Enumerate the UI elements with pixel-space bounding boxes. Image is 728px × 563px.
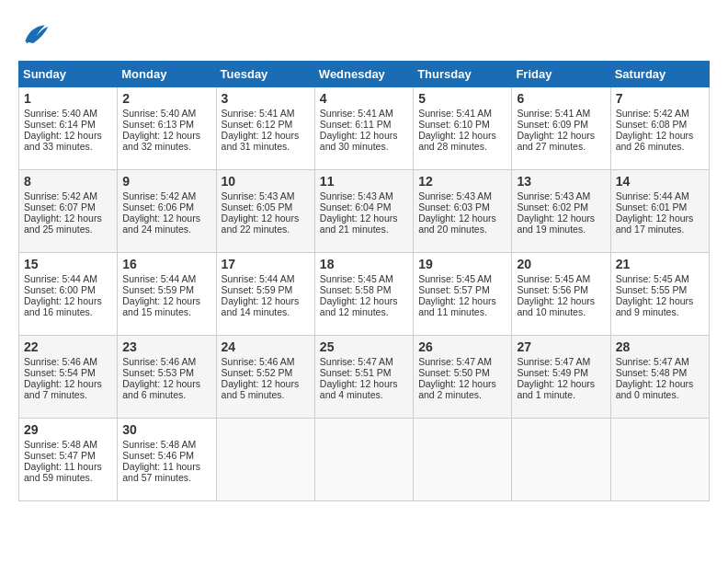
day-info: Sunset: 5:57 PM bbox=[418, 284, 506, 295]
day-info: Sunrise: 5:40 AM bbox=[122, 108, 210, 119]
day-number: 30 bbox=[122, 422, 210, 437]
day-number: 28 bbox=[616, 339, 704, 354]
day-info: and 24 minutes. bbox=[122, 224, 210, 235]
day-info: Sunset: 5:48 PM bbox=[616, 367, 704, 378]
day-number: 6 bbox=[517, 91, 605, 106]
day-info: Sunset: 6:05 PM bbox=[222, 201, 310, 213]
day-info: Sunrise: 5:48 AM bbox=[122, 439, 210, 450]
day-info: Sunset: 6:02 PM bbox=[517, 201, 605, 213]
day-info: Sunset: 6:03 PM bbox=[418, 201, 506, 213]
day-info: Sunset: 6:01 PM bbox=[616, 201, 704, 213]
calendar-week-4: 22Sunrise: 5:46 AMSunset: 5:54 PMDayligh… bbox=[19, 336, 710, 419]
day-info: Sunrise: 5:44 AM bbox=[24, 273, 112, 284]
calendar-cell: 9Sunrise: 5:42 AMSunset: 6:06 PMDaylight… bbox=[118, 170, 216, 253]
calendar-cell bbox=[216, 419, 314, 501]
day-info: and 59 minutes. bbox=[24, 472, 112, 483]
day-info: Sunrise: 5:45 AM bbox=[320, 273, 408, 284]
day-info: Sunrise: 5:42 AM bbox=[616, 108, 704, 119]
calendar-cell: 28Sunrise: 5:47 AMSunset: 5:48 PMDayligh… bbox=[610, 336, 709, 419]
day-number: 29 bbox=[24, 422, 112, 437]
day-info: Sunrise: 5:46 AM bbox=[122, 356, 210, 367]
day-info: Daylight: 12 hours bbox=[122, 213, 210, 224]
day-info: and 9 minutes. bbox=[616, 306, 704, 317]
day-info: Sunset: 6:13 PM bbox=[122, 119, 210, 130]
day-info: Sunrise: 5:43 AM bbox=[320, 190, 408, 201]
weekday-header-tuesday: Tuesday bbox=[216, 62, 314, 87]
day-info: Sunset: 6:12 PM bbox=[222, 119, 310, 130]
day-info: Daylight: 12 hours bbox=[320, 130, 408, 141]
day-info: Sunrise: 5:45 AM bbox=[616, 273, 704, 284]
day-info: and 32 minutes. bbox=[122, 141, 210, 152]
day-info: Sunset: 6:08 PM bbox=[616, 119, 704, 130]
calendar-cell: 6Sunrise: 5:41 AMSunset: 6:09 PMDaylight… bbox=[512, 87, 610, 170]
day-info: Sunset: 5:58 PM bbox=[320, 284, 408, 295]
calendar-cell bbox=[512, 419, 610, 501]
calendar-cell: 29Sunrise: 5:48 AMSunset: 5:47 PMDayligh… bbox=[19, 419, 118, 501]
day-info: Daylight: 12 hours bbox=[122, 378, 210, 389]
day-info: Daylight: 12 hours bbox=[24, 295, 112, 306]
calendar-cell: 2Sunrise: 5:40 AMSunset: 6:13 PMDaylight… bbox=[118, 87, 216, 170]
calendar-cell: 12Sunrise: 5:43 AMSunset: 6:03 PMDayligh… bbox=[414, 170, 512, 253]
day-info: Daylight: 12 hours bbox=[24, 130, 112, 141]
day-info: and 31 minutes. bbox=[222, 141, 310, 152]
calendar-cell: 8Sunrise: 5:42 AMSunset: 6:07 PMDaylight… bbox=[19, 170, 118, 253]
day-info: Sunset: 5:50 PM bbox=[418, 367, 506, 378]
day-info: and 27 minutes. bbox=[517, 141, 605, 152]
day-info: and 5 minutes. bbox=[222, 389, 310, 400]
day-info: and 17 minutes. bbox=[616, 224, 704, 235]
day-number: 7 bbox=[616, 91, 704, 106]
day-info: Sunset: 5:59 PM bbox=[122, 284, 210, 295]
day-info: and 7 minutes. bbox=[24, 389, 112, 400]
weekday-header-saturday: Saturday bbox=[610, 62, 709, 87]
weekday-header-wednesday: Wednesday bbox=[314, 62, 413, 87]
day-info: Daylight: 12 hours bbox=[418, 213, 506, 224]
day-info: Daylight: 12 hours bbox=[517, 295, 605, 306]
day-info: Sunrise: 5:47 AM bbox=[418, 356, 506, 367]
calendar-cell: 5Sunrise: 5:41 AMSunset: 6:10 PMDaylight… bbox=[414, 87, 512, 170]
calendar-cell: 1Sunrise: 5:40 AMSunset: 6:14 PMDaylight… bbox=[19, 87, 118, 170]
calendar-body: 1Sunrise: 5:40 AMSunset: 6:14 PMDaylight… bbox=[19, 87, 710, 501]
day-number: 25 bbox=[320, 339, 408, 354]
day-info: Sunset: 6:11 PM bbox=[320, 119, 408, 130]
day-info: Sunset: 6:14 PM bbox=[24, 119, 112, 130]
day-number: 12 bbox=[418, 174, 506, 189]
day-number: 14 bbox=[616, 174, 704, 189]
day-number: 15 bbox=[24, 257, 112, 271]
day-info: Daylight: 12 hours bbox=[222, 213, 310, 224]
day-info: Sunrise: 5:41 AM bbox=[418, 108, 506, 119]
day-info: and 6 minutes. bbox=[122, 389, 210, 400]
day-number: 9 bbox=[122, 174, 210, 189]
day-info: and 28 minutes. bbox=[418, 141, 506, 152]
day-number: 13 bbox=[517, 174, 605, 189]
day-info: Sunrise: 5:41 AM bbox=[517, 108, 605, 119]
day-number: 5 bbox=[418, 91, 506, 106]
day-info: Sunrise: 5:45 AM bbox=[517, 273, 605, 284]
day-info: Daylight: 12 hours bbox=[222, 295, 310, 306]
day-info: and 19 minutes. bbox=[517, 224, 605, 235]
day-info: Sunrise: 5:47 AM bbox=[320, 356, 408, 367]
calendar-cell: 3Sunrise: 5:41 AMSunset: 6:12 PMDaylight… bbox=[216, 87, 314, 170]
page-header bbox=[18, 18, 710, 52]
day-number: 18 bbox=[320, 257, 408, 271]
day-info: Sunrise: 5:42 AM bbox=[24, 190, 112, 201]
calendar-cell: 11Sunrise: 5:43 AMSunset: 6:04 PMDayligh… bbox=[314, 170, 413, 253]
calendar-cell: 7Sunrise: 5:42 AMSunset: 6:08 PMDaylight… bbox=[610, 87, 709, 170]
day-info: Daylight: 12 hours bbox=[122, 130, 210, 141]
weekday-header-friday: Friday bbox=[512, 62, 610, 87]
day-number: 22 bbox=[24, 339, 112, 354]
day-info: Daylight: 12 hours bbox=[616, 378, 704, 389]
day-number: 1 bbox=[24, 91, 112, 106]
day-number: 4 bbox=[320, 91, 408, 106]
day-info: Sunset: 6:00 PM bbox=[24, 284, 112, 295]
day-info: Daylight: 12 hours bbox=[616, 295, 704, 306]
calendar-cell: 16Sunrise: 5:44 AMSunset: 5:59 PMDayligh… bbox=[118, 253, 216, 336]
day-info: and 22 minutes. bbox=[222, 224, 310, 235]
day-info: Sunset: 5:55 PM bbox=[616, 284, 704, 295]
weekday-header-sunday: Sunday bbox=[19, 62, 118, 87]
day-info: Sunrise: 5:43 AM bbox=[222, 190, 310, 201]
day-info: Sunset: 5:49 PM bbox=[517, 367, 605, 378]
day-info: Sunset: 5:54 PM bbox=[24, 367, 112, 378]
day-number: 24 bbox=[222, 339, 310, 354]
day-info: Daylight: 12 hours bbox=[320, 213, 408, 224]
day-info: and 33 minutes. bbox=[24, 141, 112, 152]
